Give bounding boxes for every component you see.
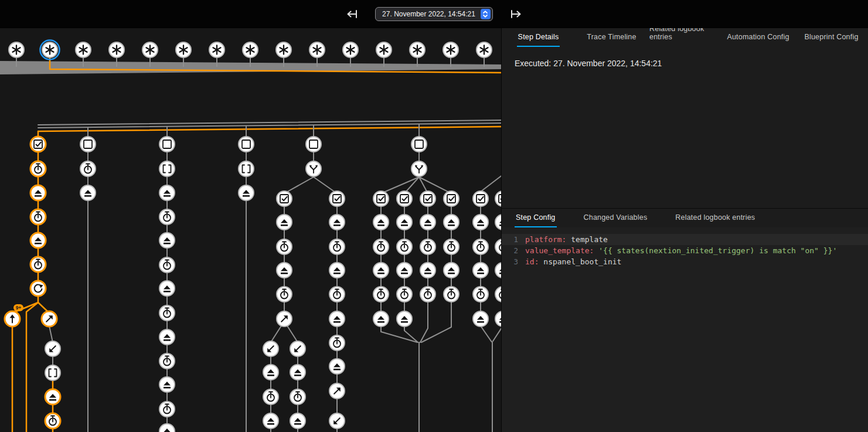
trace-node-timer[interactable]: [329, 239, 345, 254]
trace-node-timer[interactable]: [473, 287, 488, 302]
trace-node-arrow-ur[interactable]: [42, 311, 57, 326]
trace-node-eject[interactable]: [30, 185, 46, 200]
trace-node-timer[interactable]: [277, 287, 292, 302]
trace-node-checkbox[interactable]: [329, 191, 345, 206]
trace-node-checkbox[interactable]: [495, 191, 501, 206]
trace-node-timer[interactable]: [263, 389, 278, 404]
trace-node-eject[interactable]: [329, 311, 345, 326]
trace-node-timer[interactable]: [159, 257, 175, 273]
trace-node-square[interactable]: [306, 137, 321, 152]
trace-node-asterisk[interactable]: [309, 42, 325, 57]
details-tab-related-logbook-entries[interactable]: Related logbook entries: [648, 28, 721, 47]
trace-node-eject[interactable]: [420, 215, 435, 230]
trace-node-eject[interactable]: [397, 263, 412, 278]
trace-node-eject[interactable]: [239, 185, 254, 200]
trace-node-asterisk[interactable]: [443, 42, 458, 57]
trace-node-timer[interactable]: [159, 305, 175, 321]
trace-node-eject[interactable]: [263, 365, 278, 380]
trace-graph[interactable]: 9+: [0, 28, 501, 432]
trace-node-checkbox[interactable]: [473, 191, 488, 206]
previous-run-button[interactable]: [343, 6, 360, 22]
yaml-editor[interactable]: 1platform: template2value_template: '{{ …: [502, 227, 868, 432]
trace-node-timer[interactable]: [159, 353, 175, 369]
trace-node-eject[interactable]: [495, 311, 501, 326]
next-run-button[interactable]: [508, 6, 525, 22]
trace-node-brackets[interactable]: [159, 161, 175, 176]
trace-node-asterisk[interactable]: [476, 42, 492, 57]
trace-node-timer[interactable]: [495, 239, 501, 254]
trace-run-selector[interactable]: 27. November 2022, 14:54:21: [375, 7, 493, 21]
trace-node-eject[interactable]: [30, 233, 46, 248]
code-line[interactable]: 2value_template: '{{ states(nextion_init…: [502, 245, 868, 256]
trace-node-arrow-dl[interactable]: [290, 341, 305, 356]
trace-node-eject[interactable]: [263, 413, 278, 428]
trace-node-timer[interactable]: [277, 239, 292, 254]
trace-node-timer[interactable]: [473, 239, 488, 254]
details-tab-trace-timeline[interactable]: Trace Timeline: [575, 28, 648, 47]
trace-node-eject[interactable]: [159, 281, 175, 296]
trace-node-square[interactable]: [411, 137, 427, 152]
trace-node-eject[interactable]: [495, 215, 501, 230]
trace-node-eject[interactable]: [420, 263, 435, 278]
trace-node-timer[interactable]: [290, 389, 305, 404]
trace-node-eject[interactable]: [159, 329, 175, 345]
trace-node-asterisk[interactable]: [276, 42, 291, 57]
code-line[interactable]: 3id: nspanel_boot_init: [502, 256, 868, 267]
trace-node-split[interactable]: [411, 161, 427, 176]
trace-node-eject[interactable]: [495, 263, 501, 278]
trace-node-asterisk[interactable]: [343, 42, 358, 57]
trace-node-checkbox[interactable]: [420, 191, 435, 206]
trace-node-asterisk[interactable]: [376, 42, 392, 57]
details-tab-automation-config[interactable]: Automation Config: [721, 28, 795, 47]
trace-node-checkbox[interactable]: [373, 191, 389, 206]
trace-node-eject[interactable]: [473, 263, 488, 278]
trace-node-eject[interactable]: [473, 311, 488, 326]
trace-node-eject[interactable]: [290, 365, 305, 380]
trace-node-eject[interactable]: [397, 215, 412, 230]
trace-node-timer[interactable]: [420, 287, 435, 302]
trace-node-timer[interactable]: [373, 287, 389, 302]
trace-node-arrow-up[interactable]: 9+: [5, 304, 23, 326]
trace-node-square[interactable]: [239, 137, 254, 152]
trace-node-eject[interactable]: [329, 263, 345, 278]
trace-node-refresh[interactable]: [30, 281, 46, 296]
trace-node-timer[interactable]: [397, 287, 412, 302]
trace-node-eject[interactable]: [277, 263, 292, 278]
details-tab-step-details[interactable]: Step Details: [502, 28, 575, 47]
trace-node-timer[interactable]: [373, 239, 389, 254]
trace-node-eject[interactable]: [444, 263, 459, 278]
trace-node-asterisk[interactable]: [176, 42, 191, 57]
trace-node-eject[interactable]: [444, 215, 459, 230]
trace-node-split[interactable]: [306, 161, 321, 176]
trace-node-asterisk[interactable]: [410, 42, 425, 57]
trace-node-timer[interactable]: [159, 402, 175, 417]
trace-node-timer[interactable]: [495, 287, 501, 302]
trace-node-timer[interactable]: [30, 257, 46, 272]
trace-node-checkbox[interactable]: [30, 137, 46, 152]
trace-node-square[interactable]: [159, 137, 175, 152]
trace-node-timer[interactable]: [329, 287, 345, 302]
trace-node-arrow-ur[interactable]: [329, 383, 345, 399]
trace-node-square[interactable]: [80, 137, 96, 152]
trace-node-eject[interactable]: [473, 215, 488, 230]
code-line[interactable]: 1platform: template: [502, 234, 868, 245]
config-tab-step-config[interactable]: Step Config: [502, 209, 570, 227]
trace-node-checkbox[interactable]: [397, 191, 412, 206]
trace-node-arrow-dl[interactable]: [45, 341, 60, 356]
trace-node-eject[interactable]: [159, 424, 175, 432]
trace-node-timer[interactable]: [80, 161, 96, 176]
trace-node-eject[interactable]: [329, 215, 345, 230]
trace-node-asterisk[interactable]: [40, 40, 60, 60]
trace-node-asterisk[interactable]: [209, 42, 224, 57]
trace-node-timer[interactable]: [329, 335, 345, 351]
config-tab-related-logbook-entries[interactable]: Related logbook entries: [661, 209, 769, 227]
trace-node-timer[interactable]: [30, 209, 46, 224]
trace-node-checkbox[interactable]: [444, 191, 459, 206]
trace-node-asterisk[interactable]: [142, 42, 158, 57]
trace-node-timer[interactable]: [397, 239, 412, 254]
trace-node-timer[interactable]: [159, 209, 175, 224]
config-tab-changed-variables[interactable]: Changed Variables: [570, 209, 662, 227]
trace-node-eject[interactable]: [159, 377, 175, 392]
trace-node-asterisk[interactable]: [109, 42, 124, 57]
trace-node-checkbox[interactable]: [277, 191, 292, 206]
